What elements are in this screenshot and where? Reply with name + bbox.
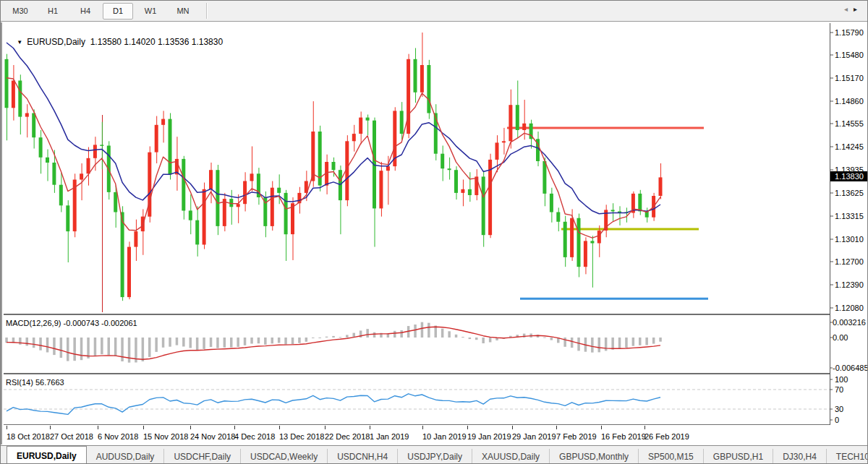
price-axis-label: 1.13935 xyxy=(835,166,864,174)
date-axis-label: 16 Feb 2019 xyxy=(601,432,646,441)
symbol-dropdown-icon[interactable]: ▼ xyxy=(17,39,22,46)
price-axis-label: 1.13315 xyxy=(835,212,864,220)
symbol-tab-usdcnh[interactable]: USDCNH,H4 xyxy=(328,449,398,464)
price-axis-label: 1.12390 xyxy=(835,280,864,289)
rsi-axis-label: 30 xyxy=(835,405,843,413)
price-axis-label: 1.15790 xyxy=(835,28,864,37)
symbol-tab-tech100[interactable]: TECH100,H xyxy=(827,449,868,464)
symbol-tab-gbpusd[interactable]: GBPUSD,Monthly xyxy=(550,449,639,464)
macd-axis-label: -0.006485 xyxy=(833,364,868,372)
macd-axis-label: 0.00 xyxy=(833,333,848,342)
date-axis-label: 22 Dec 2018 xyxy=(325,432,370,441)
price-axis-label: 1.15170 xyxy=(835,74,864,82)
symbol-tab-usdcad[interactable]: USDCAD,Weekly xyxy=(241,449,328,464)
date-axis-label: 1 Jan 2019 xyxy=(370,432,409,441)
price-axis-label: 1.14860 xyxy=(835,97,864,106)
date-axis-label: 15 Nov 2018 xyxy=(143,432,188,441)
trading-terminal-window: M30H1H4D1W1MN ▼EURUSD,Daily 1.13580 1.14… xyxy=(0,0,868,464)
symbol-tab-sp500[interactable]: SP500,M15 xyxy=(639,449,704,464)
price-axis-label: 1.12700 xyxy=(835,257,864,266)
rsi-axis-label: 100 xyxy=(835,375,848,384)
price-axis-label: 1.13010 xyxy=(835,235,864,244)
symbol-tab-xauusd[interactable]: XAUUSD,Daily xyxy=(472,449,550,464)
chart-header: ▼EURUSD,Daily 1.13580 1.14020 1.13536 1.… xyxy=(7,27,223,57)
symbol-tab-audusd[interactable]: AUDUSD,Daily xyxy=(87,449,165,464)
date-axis-label: 13 Dec 2018 xyxy=(279,432,324,441)
rsi-label: RSI(14) 56.7663 xyxy=(6,378,64,387)
macd-axis-label: 0.003216 xyxy=(833,318,866,327)
symbol-tab-dj30[interactable]: DJ30,H4 xyxy=(773,449,827,464)
price-axis-label: 1.14555 xyxy=(835,119,864,128)
symbol-tab-usdchf[interactable]: USDCHF,Daily xyxy=(164,449,241,464)
tab-scroll-right-icon[interactable]: ▸ xyxy=(854,5,863,13)
date-axis-label: 18 Oct 2018 xyxy=(7,432,50,441)
rsi-axis-label: 70 xyxy=(835,385,843,394)
date-axis-label: 4 Dec 2018 xyxy=(234,432,275,441)
date-axis-label: 24 Nov 2018 xyxy=(190,432,235,441)
tab-scroll-left-icon[interactable]: ◂ xyxy=(844,5,854,13)
ohlc-values: 1.13580 1.14020 1.13536 1.13830 xyxy=(90,37,224,47)
price-axis-label: 1.14245 xyxy=(835,142,864,151)
date-axis-label: 6 Nov 2018 xyxy=(98,432,138,441)
price-axis-label: 1.12080 xyxy=(835,304,864,312)
date-axis-label: 19 Jan 2019 xyxy=(467,432,511,441)
price-axis-label: 1.15480 xyxy=(835,51,864,59)
date-axis-label: 26 Feb 2019 xyxy=(644,432,689,441)
symbol-label: EURUSD,Daily xyxy=(27,37,85,47)
rsi-axis-label: 0 xyxy=(835,416,839,424)
symbol-tab-eurusd[interactable]: EURUSD,Daily xyxy=(7,446,87,464)
symbol-tab-gbpusd[interactable]: GBPUSD,H1 xyxy=(704,449,773,464)
symbol-tab-usdjpy[interactable]: USDJPY,Daily xyxy=(398,449,472,464)
date-axis-label: 10 Jan 2019 xyxy=(422,432,467,441)
date-axis-label: 29 Jan 2019 xyxy=(512,432,556,441)
price-axis-label: 1.13625 xyxy=(835,189,864,197)
price-chart-canvas[interactable] xyxy=(1,1,868,464)
symbol-tabbar: EURUSD,DailyAUDUSD,DailyUSDCHF,DailyUSDC… xyxy=(1,445,868,464)
macd-label: MACD(12,26,9) -0.000743 -0.002061 xyxy=(6,319,137,327)
date-axis-label: 27 Oct 2018 xyxy=(50,432,93,441)
tab-scroll-arrows: ◂▸ xyxy=(844,5,863,13)
date-axis-label: 7 Feb 2019 xyxy=(556,432,597,441)
